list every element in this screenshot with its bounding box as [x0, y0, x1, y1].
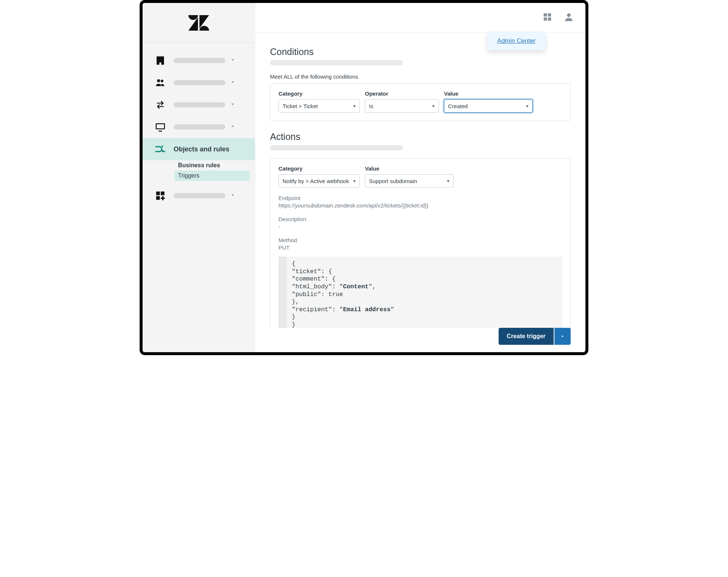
method-label: Method	[278, 237, 562, 243]
nav-item-objects-rules[interactable]: Objects and rules	[143, 138, 255, 160]
method-row: Method PUT	[278, 237, 562, 251]
monitor-icon	[153, 121, 168, 133]
description-label: Description	[278, 216, 562, 222]
chevron-down-icon	[230, 123, 236, 131]
value-label: Value	[365, 165, 454, 172]
nav-label: Objects and rules	[174, 145, 247, 153]
chevron-down-icon: ▾	[353, 178, 356, 184]
zendesk-logo-icon	[188, 15, 209, 31]
method-value: PUT	[278, 244, 562, 251]
condition-category-select[interactable]: Ticket > Ticket ▾	[278, 99, 360, 113]
arrows-icon	[153, 100, 168, 110]
sub-nav: Business rules Triggers	[143, 160, 255, 185]
building-icon	[153, 55, 168, 66]
nav-placeholder	[174, 124, 225, 130]
footer: Create trigger	[255, 328, 585, 352]
select-value: Notify by > Active webhook	[283, 178, 349, 184]
actions-panel: Category Notify by > Active webhook ▾ Va…	[270, 158, 571, 328]
chevron-down-icon: ▾	[353, 103, 356, 109]
create-trigger-button[interactable]: Create trigger	[499, 328, 554, 345]
category-label: Category	[278, 165, 360, 172]
svg-rect-0	[157, 124, 164, 128]
people-icon	[153, 78, 168, 88]
svg-point-8	[567, 13, 571, 17]
conditions-panel: Category Ticket > Ticket ▾ Operator Is ▾	[270, 83, 571, 121]
svg-rect-3	[156, 196, 160, 200]
endpoint-value: https://yoursubdomain.zendesk.com/api/v2…	[278, 202, 562, 209]
select-value: Support subdomain	[369, 178, 417, 184]
chevron-down-icon: ▾	[432, 103, 435, 109]
condition-operator-field: Operator Is ▾	[365, 90, 439, 113]
value-label: Value	[444, 90, 533, 97]
json-body-code: { "ticket": { "comment": { "html_body": …	[278, 257, 562, 328]
topbar: Admin Center	[255, 3, 585, 32]
svg-rect-4	[544, 13, 547, 17]
nav-item-apps[interactable]	[143, 185, 255, 207]
nav-placeholder	[174, 193, 225, 198]
description-value: -	[278, 223, 562, 230]
select-value: Ticket > Ticket	[283, 103, 318, 109]
conditions-subtitle-placeholder	[270, 60, 403, 65]
logo-area	[143, 3, 255, 43]
user-avatar-icon[interactable]	[563, 11, 574, 24]
chevron-down-icon	[230, 192, 236, 199]
nav-placeholder	[174, 80, 225, 85]
nav-item-account[interactable]	[143, 49, 255, 72]
main: Admin Center Conditions Meet ALL of the …	[255, 3, 585, 352]
category-label: Category	[278, 90, 360, 97]
products-grid-icon[interactable]	[542, 11, 553, 24]
action-value-select[interactable]: Support subdomain ▾	[365, 174, 454, 188]
chevron-down-icon: ▾	[447, 178, 450, 184]
chevron-down-icon	[230, 101, 236, 109]
chevron-down-icon	[230, 79, 236, 86]
nav-item-people[interactable]	[143, 72, 255, 94]
condition-value-select[interactable]: Created ▾	[444, 99, 533, 113]
action-value-field: Value Support subdomain ▾	[365, 165, 454, 188]
flow-icon	[153, 143, 168, 155]
create-trigger-dropdown[interactable]	[554, 328, 571, 345]
condition-category-field: Category Ticket > Ticket ▾	[278, 90, 360, 113]
svg-rect-5	[548, 13, 551, 17]
chevron-down-icon	[230, 57, 236, 64]
conditions-title: Conditions	[270, 47, 571, 57]
condition-value-field: Value Created ▾	[444, 90, 533, 113]
endpoint-label: Endpoint	[278, 195, 562, 201]
apps-add-icon	[153, 190, 168, 201]
actions-subtitle-placeholder	[270, 145, 403, 150]
chevron-down-icon: ▾	[526, 103, 529, 109]
nav-placeholder	[174, 102, 225, 107]
select-value: Created	[448, 103, 468, 109]
nav-item-workspaces[interactable]	[143, 116, 255, 138]
select-value: Is	[369, 103, 373, 109]
svg-rect-6	[544, 17, 547, 21]
endpoint-row: Endpoint https://yoursubdomain.zendesk.c…	[278, 195, 562, 209]
operator-label: Operator	[365, 90, 439, 97]
content: Conditions Meet ALL of the following con…	[255, 32, 585, 328]
sidebar: Objects and rules Business rules Trigger…	[143, 3, 255, 352]
create-trigger-split-button: Create trigger	[499, 328, 571, 345]
actions-title: Actions	[270, 131, 571, 142]
action-category-field: Category Notify by > Active webhook ▾	[278, 165, 360, 188]
condition-operator-select[interactable]: Is ▾	[365, 99, 439, 113]
svg-rect-7	[548, 17, 551, 21]
nav: Objects and rules Business rules Trigger…	[143, 43, 255, 207]
meet-all-label: Meet ALL of the following conditions	[270, 73, 571, 80]
nav-item-channels[interactable]	[143, 94, 255, 116]
subnav-business-rules[interactable]: Business rules	[174, 160, 250, 171]
nav-placeholder	[174, 58, 225, 63]
app-frame: Objects and rules Business rules Trigger…	[140, 0, 588, 355]
svg-rect-2	[161, 192, 164, 195]
svg-rect-1	[156, 192, 160, 195]
subnav-triggers[interactable]: Triggers	[174, 171, 250, 181]
action-category-select[interactable]: Notify by > Active webhook ▾	[278, 174, 360, 188]
description-row: Description -	[278, 216, 562, 230]
